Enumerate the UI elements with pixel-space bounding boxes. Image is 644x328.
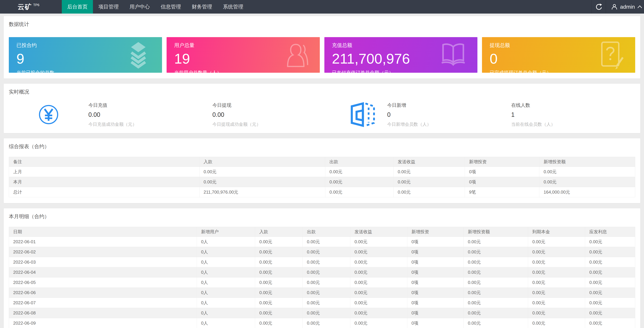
card-subtitle: 已完成提现订单总金额（元） bbox=[490, 70, 628, 76]
stat-label: 在线人数 bbox=[511, 102, 635, 108]
table-cell: 0人 bbox=[197, 247, 255, 257]
menu-item-info[interactable]: 信息管理 bbox=[155, 0, 186, 14]
table-cell: 0人 bbox=[197, 298, 255, 308]
table-cell: 上月 bbox=[9, 167, 200, 177]
table-cell: 0.00元 bbox=[528, 277, 585, 288]
table-row: 2022-06-010人0.00元0.00元0.00元0项0.00元0.00元0… bbox=[9, 237, 635, 247]
table-row: 2022-06-030人0.00元0.00元0.00元0项0.00元0.00元0… bbox=[9, 257, 635, 267]
table-cell: 0.00元 bbox=[302, 257, 350, 267]
table-cell: 0.00元 bbox=[528, 257, 585, 267]
user-menu[interactable]: admin bbox=[606, 0, 644, 14]
stats-panel: 数据统计 已投合约 9 当前已投合约总数 用户总量 19 当前用户总数量（人） bbox=[4, 16, 640, 78]
column-header: 新增投资 bbox=[465, 157, 539, 167]
table-cell: 0.00元 bbox=[255, 267, 302, 277]
table-cell: 0.00元 bbox=[302, 237, 350, 247]
table-cell: 0人 bbox=[197, 257, 255, 267]
menu-item-system[interactable]: 系统管理 bbox=[218, 0, 249, 14]
table-cell: 0.00元 bbox=[325, 187, 393, 197]
table-cell: 0项 bbox=[407, 257, 464, 267]
table-cell: 0.00元 bbox=[350, 277, 407, 288]
table-cell: 0.00元 bbox=[302, 298, 350, 308]
table-cell: 0.00元 bbox=[464, 267, 528, 277]
table-cell: 0.00元 bbox=[255, 237, 302, 247]
column-header: 入款 bbox=[255, 227, 302, 237]
table-cell: 0.00元 bbox=[464, 257, 528, 267]
stat-value: 0 bbox=[387, 111, 511, 118]
table-cell: 0.00元 bbox=[585, 277, 635, 288]
refresh-button[interactable] bbox=[592, 0, 606, 14]
table-cell: 0.00元 bbox=[350, 257, 407, 267]
app-logo[interactable]: 云矿 TP6 bbox=[0, 0, 62, 14]
table-cell: 0人 bbox=[197, 277, 255, 288]
open-book-icon bbox=[439, 42, 467, 68]
table-cell: 0.00元 bbox=[199, 177, 325, 187]
table-cell: 2022-06-06 bbox=[9, 288, 197, 298]
card-invested-contracts: 已投合约 9 当前已投合约总数 bbox=[9, 37, 162, 73]
table-cell: 0.00元 bbox=[540, 177, 635, 187]
table-cell: 0.00元 bbox=[528, 267, 585, 277]
app-logo-text: 云矿 bbox=[18, 2, 32, 12]
chevron-up-icon bbox=[637, 5, 642, 9]
table-cell: 0.00元 bbox=[528, 318, 585, 328]
refresh-icon bbox=[595, 3, 602, 11]
table-cell: 0项 bbox=[407, 267, 464, 277]
detail-header-row: 日期新增用户入款出款发送收益新增投资新增投资额到期本金应发利息 bbox=[9, 227, 635, 237]
stat-cards-row: 已投合约 9 当前已投合约总数 用户总量 19 当前用户总数量（人） bbox=[9, 37, 635, 73]
menu-item-finance[interactable]: 财务管理 bbox=[186, 0, 218, 14]
document-question-icon bbox=[597, 41, 625, 69]
table-cell: 0.00元 bbox=[528, 237, 585, 247]
month-detail-table: 日期新增用户入款出款发送收益新增投资新增投资额到期本金应发利息 2022-06-… bbox=[9, 227, 635, 328]
menu-item-users[interactable]: 用户中心 bbox=[124, 0, 155, 14]
table-cell: 0.00元 bbox=[255, 257, 302, 267]
column-header: 出款 bbox=[325, 157, 393, 167]
table-cell: 0.00元 bbox=[464, 308, 528, 318]
table-cell: 2022-06-03 bbox=[9, 257, 197, 267]
table-cell: 211,700,976.00元 bbox=[199, 187, 325, 197]
table-cell: 0项 bbox=[407, 318, 464, 328]
realtime-row: 今日充值 0.00 今日充值成功金额（元） 今日提现 0.00 今日提现成功金额… bbox=[9, 102, 635, 127]
stat-sublabel: 今日充值成功金额（元） bbox=[88, 121, 212, 127]
menu-item-label: 用户中心 bbox=[130, 4, 150, 10]
table-cell: 0.00元 bbox=[394, 187, 465, 197]
table-cell: 0人 bbox=[197, 267, 255, 277]
table-cell: 0.00元 bbox=[199, 167, 325, 177]
table-row: 2022-06-050人0.00元0.00元0.00元0项0.00元0.00元0… bbox=[9, 277, 635, 288]
table-cell: 2022-06-07 bbox=[9, 298, 197, 308]
card-subtitle: 当前已投合约总数 bbox=[16, 70, 154, 76]
table-cell: 0.00元 bbox=[585, 298, 635, 308]
stat-value: 0.00 bbox=[212, 111, 336, 118]
column-header: 备注 bbox=[9, 157, 200, 167]
table-cell: 0项 bbox=[465, 167, 539, 177]
table-cell: 0项 bbox=[407, 247, 464, 257]
column-header: 新增投资额 bbox=[540, 157, 635, 167]
stat-value: 1 bbox=[511, 111, 635, 118]
stat-today-withdraw: 今日提现 0.00 今日提现成功金额（元） bbox=[212, 102, 336, 127]
table-cell: 0项 bbox=[407, 298, 464, 308]
stat-online-members: 在线人数 1 当前在线会员数（人） bbox=[511, 102, 635, 127]
table-cell: 0人 bbox=[197, 318, 255, 328]
app-logo-version: TP6 bbox=[33, 3, 40, 7]
menu-item-projects[interactable]: 项目管理 bbox=[93, 0, 124, 14]
table-cell: 0.00元 bbox=[585, 318, 635, 328]
table-cell: 0.00元 bbox=[302, 308, 350, 318]
table-cell: 9笔 bbox=[465, 187, 539, 197]
table-cell: 0.00元 bbox=[255, 298, 302, 308]
table-row: 2022-06-020人0.00元0.00元0.00元0项0.00元0.00元0… bbox=[9, 247, 635, 257]
table-cell: 0.00元 bbox=[585, 308, 635, 318]
menu-item-label: 系统管理 bbox=[223, 4, 243, 10]
person-icon bbox=[284, 41, 310, 69]
summary-table-body: 上月0.00元0.00元0.00元0项0.00元本月0.00元0.00元0.00… bbox=[9, 167, 635, 197]
table-cell: 0.00元 bbox=[350, 318, 407, 328]
table-cell: 2022-06-04 bbox=[9, 267, 197, 277]
column-header: 入款 bbox=[199, 157, 325, 167]
column-header: 新增投资额 bbox=[464, 227, 528, 237]
table-cell: 0项 bbox=[465, 177, 539, 187]
summary-header-row: 备注入款出款发送收益新增投资新增投资额 bbox=[9, 157, 635, 167]
table-cell: 2022-06-09 bbox=[9, 318, 197, 328]
table-cell: 0.00元 bbox=[540, 167, 635, 177]
card-total-recharge: 充值总额 211,700,976 已支付充值订单总金额（元） bbox=[324, 37, 478, 73]
table-cell: 0人 bbox=[197, 308, 255, 318]
menu-item-dashboard[interactable]: 后台首页 bbox=[62, 0, 93, 14]
table-cell: 0.00元 bbox=[255, 308, 302, 318]
month-detail-panel: 本月明细（合约） 日期新增用户入款出款发送收益新增投资新增投资额到期本金应发利息… bbox=[4, 208, 640, 328]
